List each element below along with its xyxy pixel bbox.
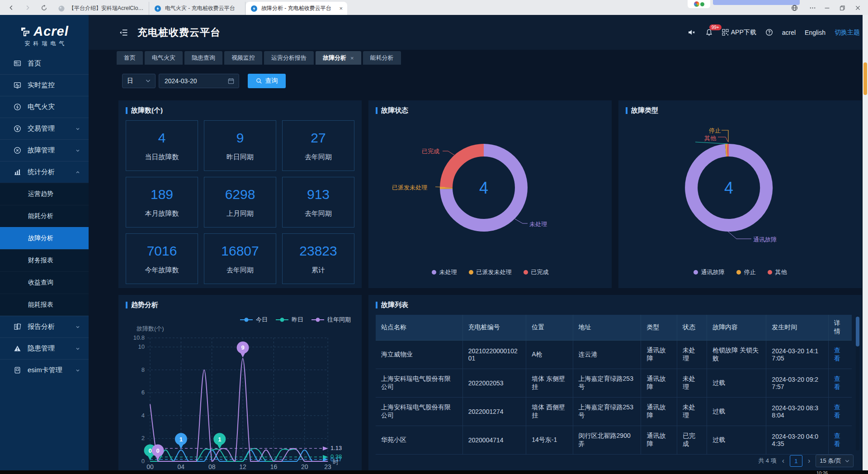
browser-reload-button[interactable] bbox=[39, 3, 49, 13]
tab-video-monitor[interactable]: 视频监控 bbox=[224, 51, 262, 65]
legend-item[interactable]: 未处理 bbox=[432, 268, 457, 276]
browser-tab-title: 故障分析 - 充电桩收费云平台 bbox=[261, 5, 335, 12]
theme-switch-link[interactable]: 切换主题 bbox=[835, 28, 860, 37]
table-header-row: 站点名称 充电桩编号 位置 地址 类型 状态 故障内容 发生时间 详情 bbox=[376, 315, 852, 341]
table-cell: 2021022000010201 bbox=[462, 341, 526, 369]
svg-text:12: 12 bbox=[239, 463, 246, 470]
stat-value: 4 bbox=[158, 130, 166, 146]
collapse-sidebar-icon[interactable] bbox=[119, 28, 128, 37]
window-restore-button[interactable] bbox=[836, 3, 848, 12]
current-page[interactable]: 1 bbox=[790, 455, 802, 467]
sidebar-subitem-energy-analysis[interactable]: 能耗分析 bbox=[0, 205, 89, 227]
table-cell: 墙体 西侧壁挂 bbox=[526, 398, 573, 426]
tab-label: 故障分析 bbox=[323, 54, 346, 62]
fault-icon bbox=[14, 147, 21, 154]
notifications-button[interactable]: 99+ bbox=[705, 28, 713, 36]
browser-tab[interactable]: 电气火灾 - 充电桩收费云平台 bbox=[150, 2, 245, 15]
trend-legend: 今日 昨日 往年同期 bbox=[240, 316, 351, 324]
period-select[interactable]: 日 bbox=[122, 74, 156, 88]
browser-chrome: 【平台介绍】安科瑞AcrelCloud-9 电气火灾 - 充电桩收费云平台 故障… bbox=[0, 0, 868, 15]
mute-icon[interactable] bbox=[688, 28, 696, 36]
query-button[interactable]: 查询 bbox=[248, 74, 286, 88]
sidebar-item-home[interactable]: 首页 bbox=[0, 52, 89, 74]
legend-item[interactable]: 已完成 bbox=[524, 268, 549, 276]
sidebar-subitem-financial-report[interactable]: 财务报表 bbox=[0, 249, 89, 271]
tab-electric-fire[interactable]: 电气火灾 bbox=[145, 51, 183, 65]
app-tabstrip: 首页 电气火灾 隐患查询 视频监控 运营分析报告 故障分析× 能耗分析 bbox=[89, 50, 868, 65]
legend-item[interactable]: 其他 bbox=[768, 268, 787, 276]
svg-text:20: 20 bbox=[301, 463, 308, 470]
next-page-button[interactable]: › bbox=[807, 457, 811, 465]
tab-hazard-query[interactable]: 隐患查询 bbox=[184, 51, 222, 65]
tab-label: 首页 bbox=[124, 54, 136, 62]
help-icon[interactable] bbox=[765, 28, 773, 36]
window-close-button[interactable] bbox=[852, 3, 863, 12]
browser-tab[interactable]: 【平台介绍】安科瑞AcrelCloud-9 bbox=[53, 2, 149, 15]
table-cell: 2022002053 bbox=[462, 369, 526, 398]
table-cell: 上海安科瑞电气股份有限公司 bbox=[376, 369, 462, 398]
app-download-button[interactable]: APP下载 bbox=[722, 28, 756, 37]
view-detail-link[interactable]: 查看 bbox=[834, 432, 840, 447]
title-accent-bar bbox=[376, 302, 377, 308]
legend-item[interactable]: 停止 bbox=[736, 268, 756, 276]
sidebar-subitem-operation-trend[interactable]: 运营趋势 bbox=[0, 183, 89, 205]
sidebar-item-fault-management[interactable]: 故障管理 bbox=[0, 139, 89, 161]
svg-text:23: 23 bbox=[324, 463, 331, 470]
tab-home[interactable]: 首页 bbox=[117, 51, 143, 65]
sidebar-subitem-fault-analysis[interactable]: 故障分析 bbox=[0, 227, 89, 249]
sidebar-item-esim-management[interactable]: esim卡管理 bbox=[0, 359, 89, 381]
tab-energy-analysis[interactable]: 能耗分析 bbox=[363, 51, 401, 65]
browser-back-button[interactable] bbox=[6, 3, 16, 13]
stat-value: 27 bbox=[311, 130, 326, 146]
view-detail-link[interactable]: 查看 bbox=[834, 375, 840, 390]
sidebar-item-statistics[interactable]: 统计分析 bbox=[0, 161, 89, 183]
svg-text:10: 10 bbox=[138, 343, 145, 350]
date-picker[interactable] bbox=[159, 74, 239, 88]
view-detail-link[interactable]: 查看 bbox=[834, 346, 840, 362]
prev-page-button[interactable]: ‹ bbox=[781, 457, 785, 465]
page-size-select[interactable]: 15 条/页 bbox=[816, 455, 854, 467]
date-input[interactable] bbox=[164, 77, 220, 85]
legend-marker bbox=[240, 318, 253, 322]
sidebar-item-realtime-monitor[interactable]: 实时监控 bbox=[0, 74, 89, 96]
browser-menu-button[interactable] bbox=[807, 3, 818, 12]
page-scrollbar-thumb[interactable] bbox=[863, 62, 867, 95]
svg-text:1: 1 bbox=[218, 436, 221, 443]
table-cell: 已完成 bbox=[677, 426, 707, 455]
sidebar-item-hazard-management[interactable]: 隐患管理 bbox=[0, 337, 89, 359]
legend-item[interactable]: 通讯故障 bbox=[693, 268, 725, 276]
browser-globe-button[interactable] bbox=[788, 3, 800, 12]
browser-tab-title: 【平台介绍】安科瑞AcrelCloud-9 bbox=[69, 5, 144, 12]
language-switch[interactable]: English bbox=[805, 29, 826, 36]
table-cell: 过载 bbox=[707, 369, 766, 398]
sidebar-item-report-analysis[interactable]: 报告分析 bbox=[0, 316, 89, 337]
sidebar-item-electric-fire[interactable]: 电气火灾 bbox=[0, 96, 89, 118]
tab-operation-report[interactable]: 运营分析报告 bbox=[264, 51, 314, 65]
tab-close-icon[interactable]: × bbox=[350, 55, 354, 62]
table-scrollbar[interactable] bbox=[856, 316, 859, 450]
legend-item[interactable]: 已派发未处理 bbox=[469, 268, 512, 276]
table-cell: 2020004714 bbox=[462, 426, 526, 455]
table-scrollbar-thumb[interactable] bbox=[856, 317, 859, 346]
browser-forward-button[interactable] bbox=[23, 3, 33, 13]
stat-value: 6298 bbox=[225, 187, 255, 202]
browser-tab-active[interactable]: 故障分析 - 充电桩收费云平台 × bbox=[246, 2, 347, 15]
legend-item[interactable]: 昨日 bbox=[276, 316, 303, 324]
close-icon bbox=[855, 5, 861, 11]
stat-card: 27去年同期 bbox=[282, 120, 354, 171]
page-scrollbar[interactable] bbox=[863, 15, 868, 470]
table-row: 上海安科瑞电气股份有限公司2022001274墙体 西侧壁挂上海嘉定育绿路253… bbox=[376, 398, 852, 426]
legend-item[interactable]: 往年同期 bbox=[311, 316, 351, 324]
window-minimize-button[interactable] bbox=[821, 3, 833, 12]
sidebar-subitem-revenue-query[interactable]: 收益查询 bbox=[0, 271, 89, 294]
sidebar-subitem-energy-report[interactable]: 能耗报表 bbox=[0, 294, 89, 316]
table-cell: A枪 bbox=[526, 341, 573, 369]
app-header: 充电桩收费云平台 99+ APP下载 acrel English 切换主题 bbox=[89, 15, 868, 50]
tab-close-icon[interactable]: × bbox=[339, 5, 343, 12]
username[interactable]: acrel bbox=[782, 29, 796, 36]
tab-fault-analysis[interactable]: 故障分析× bbox=[316, 51, 361, 65]
legend-item[interactable]: 今日 bbox=[240, 316, 268, 324]
svg-text:0: 0 bbox=[142, 458, 145, 465]
sidebar-item-transaction[interactable]: 交易管理 bbox=[0, 118, 89, 139]
view-detail-link[interactable]: 查看 bbox=[834, 403, 840, 419]
